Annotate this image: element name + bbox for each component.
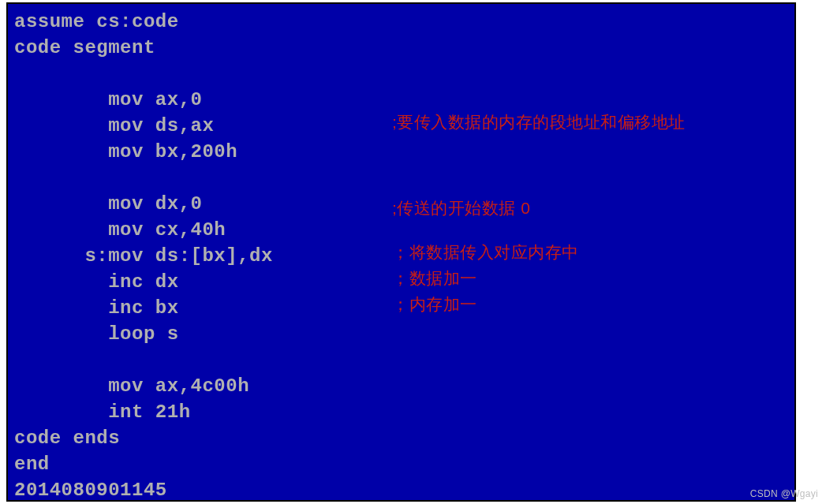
code-line: mov ax,0 (14, 89, 202, 110)
code-line: int 21h (14, 401, 191, 423)
code-line: assume cs:code (14, 11, 179, 32)
code-line: code segment (14, 37, 155, 58)
comment-line: ；数据加一 (392, 265, 579, 291)
code-line: inc dx (14, 271, 179, 293)
comment-line: ；将数据传入对应内存中 (392, 239, 579, 265)
comment-start-data: ;传送的开始数据 0 (392, 195, 530, 221)
code-line: mov dx,0 (14, 193, 202, 215)
code-line: code ends (14, 427, 120, 449)
comment-segment-address: ;要传入数据的内存的段地址和偏移地址 (392, 109, 686, 135)
code-line: end (14, 454, 50, 475)
code-line: s:mov ds:[bx],dx (14, 245, 273, 267)
code-terminal: assume cs:code code segment mov ax,0 mov… (6, 2, 796, 502)
code-line: inc bx (14, 297, 179, 319)
comment-loop-body: ；将数据传入对应内存中 ；数据加一 ；内存加一 (392, 239, 579, 317)
code-line: 2014080901145 (14, 480, 167, 501)
code-line: mov ax,4c00h (14, 375, 249, 397)
code-line: mov ds,ax (14, 115, 214, 136)
code-line: mov bx,200h (14, 141, 237, 162)
code-line: mov cx,40h (14, 219, 226, 241)
watermark: CSDN @Wgayi (750, 488, 818, 499)
code-line: loop s (14, 323, 179, 345)
comment-line: ；内存加一 (392, 291, 579, 317)
